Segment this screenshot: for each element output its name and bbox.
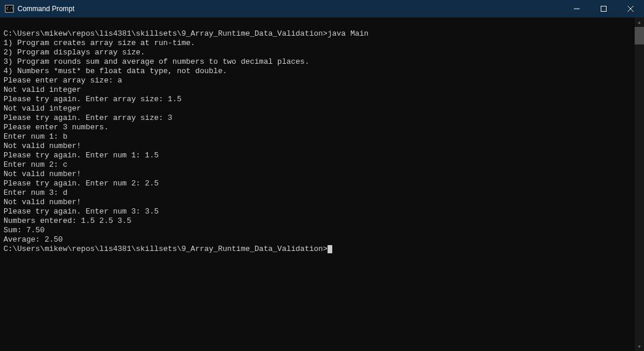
terminal-container: C:\Users\mikew\repos\lis4381\skillsets\9… [0, 18, 644, 351]
window-title: Command Prompt [18, 5, 563, 13]
terminal-line: 2) Program displays array size. [4, 48, 631, 57]
terminal-line: Not valid number! [4, 142, 631, 151]
terminal-line: Enter num 3: d [4, 188, 631, 198]
terminal-line: Please try again. Enter num 2: 2.5 [4, 179, 631, 188]
terminal-line: Numbers entered: 1.5 2.5 3.5 [4, 216, 631, 226]
terminal-line: Please enter 3 numbers. [4, 123, 631, 132]
titlebar[interactable]: C:\ Command Prompt [0, 0, 644, 18]
terminal-line: Not valid integer [4, 85, 631, 95]
terminal-line: 1) Program creates array size at run-tim… [4, 39, 631, 48]
terminal-line: Enter num 1: b [4, 132, 631, 142]
terminal-line: Not valid number! [4, 198, 631, 207]
cmd-icon: C:\ [5, 4, 14, 13]
scroll-thumb[interactable] [635, 27, 644, 44]
scroll-down-arrow[interactable]: ▼ [635, 342, 644, 351]
scrollbar[interactable]: ▲ ▼ [635, 18, 644, 351]
cursor [328, 245, 332, 253]
terminal-line: Not valid integer [4, 104, 631, 113]
terminal-output[interactable]: C:\Users\mikew\repos\lis4381\skillsets\9… [0, 18, 635, 351]
terminal-line: Please try again. Enter array size: 3 [4, 113, 631, 123]
terminal-line: C:\Users\mikew\repos\lis4381\skillsets\9… [4, 29, 631, 39]
terminal-line: C:\Users\mikew\repos\lis4381\skillsets\9… [4, 245, 631, 254]
terminal-line: Enter num 2: c [4, 160, 631, 170]
scroll-up-arrow[interactable]: ▲ [635, 18, 644, 27]
terminal-line: Please try again. Enter num 3: 3.5 [4, 207, 631, 216]
window-controls [563, 0, 644, 18]
svg-text:C:\: C:\ [6, 6, 14, 11]
terminal-line: Please try again. Enter array size: 1.5 [4, 95, 631, 104]
terminal-line: Sum: 7.50 [4, 226, 631, 235]
close-button[interactable] [617, 0, 644, 18]
terminal-line: Average: 2.50 [4, 235, 631, 245]
minimize-button[interactable] [563, 0, 590, 18]
terminal-line: Please enter array size: a [4, 76, 631, 85]
maximize-button[interactable] [590, 0, 617, 18]
command-prompt-window: C:\ Command Prompt C:\Users\mikew\repos\… [0, 0, 644, 351]
terminal-line: 3) Program rounds sum and average of num… [4, 57, 631, 67]
terminal-line: Not valid number! [4, 170, 631, 179]
terminal-line: 4) Numbers *must* be float data type, no… [4, 67, 631, 76]
terminal-line: Please try again. Enter num 1: 1.5 [4, 151, 631, 160]
svg-rect-3 [601, 6, 607, 12]
